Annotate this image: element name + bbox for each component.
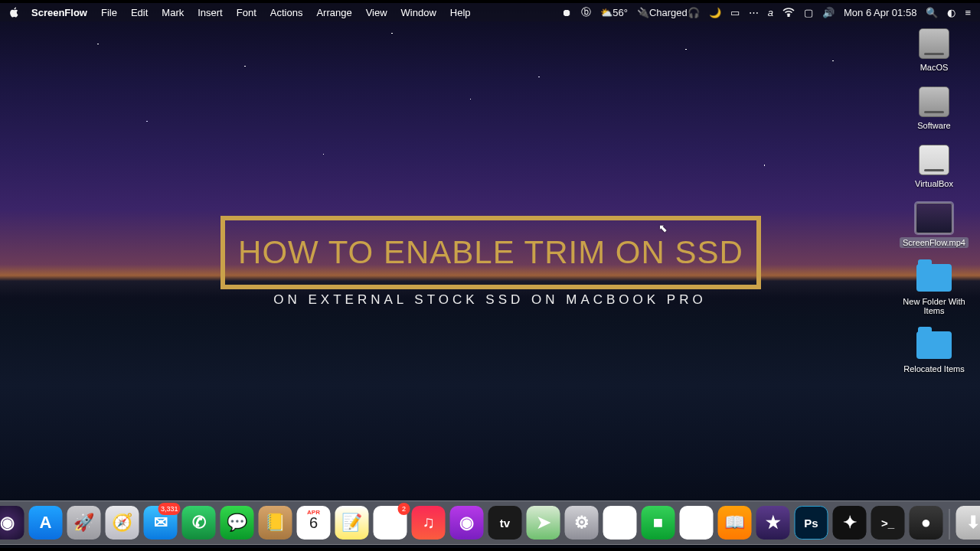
folder-icon: [916, 329, 952, 361]
dock-safari[interactable]: 🧭: [106, 506, 139, 540]
dock-music[interactable]: ♫: [412, 506, 446, 540]
video-icon: [916, 202, 952, 234]
contacts-icon: 📒: [265, 513, 286, 533]
clock[interactable]: Mon 6 Apr 01:58: [844, 7, 916, 18]
dock-downloads[interactable]: ⬇: [956, 506, 981, 540]
menu-arrange[interactable]: Arrange: [309, 7, 358, 18]
dock-books[interactable]: 📖: [718, 506, 752, 540]
dock-settings[interactable]: ⚙: [565, 506, 599, 540]
dock-launchpad[interactable]: 🚀: [67, 506, 101, 540]
desktop-icon-label: Software: [917, 121, 950, 130]
desktop-icon-virtualbox[interactable]: VirtualBox: [897, 144, 971, 188]
desktop-icon-label: New Folder With Items: [897, 297, 971, 315]
cursor-icon: ⬉: [658, 222, 668, 234]
mail-icon: ✉: [154, 513, 168, 533]
drive-ext-icon: [916, 144, 952, 176]
title-main: HOW TO ENABLE TRIM ON SSD: [238, 234, 743, 271]
music-icon: ♫: [422, 513, 435, 533]
desktop-icon-label: Relocated Items: [903, 364, 964, 373]
desktop-icon-software[interactable]: Software: [897, 86, 971, 130]
notification-center-icon[interactable]: ≡: [965, 7, 971, 18]
spotlight-icon[interactable]: 🔍: [926, 7, 938, 18]
desktop-icon-macos[interactable]: MacOS: [897, 28, 971, 72]
launchpad-icon: 🚀: [74, 513, 94, 533]
reminders-badge: 2: [398, 503, 410, 515]
mail-badge: 3,331: [158, 503, 181, 515]
dock-messages[interactable]: 💬: [220, 506, 254, 540]
terminal-icon: >_: [881, 517, 894, 530]
dock-notes[interactable]: 📝: [335, 506, 369, 540]
dock-whatsapp[interactable]: ✆: [182, 506, 216, 540]
dock-appstore[interactable]: A: [29, 506, 63, 540]
dock-terminal[interactable]: >_: [871, 506, 905, 540]
dock-maps[interactable]: ➤: [527, 506, 560, 540]
desktop-icon-label: ScreenFlow.mp4: [900, 237, 969, 248]
dock-news[interactable]: N: [680, 506, 714, 540]
volume-icon[interactable]: 🔊: [822, 7, 835, 18]
drive-icon: [916, 28, 952, 60]
menu-view[interactable]: View: [359, 7, 394, 18]
dnd-icon[interactable]: 🌙: [709, 7, 721, 18]
svg-point-0: [788, 15, 789, 17]
title-box: HOW TO ENABLE TRIM ON SSD: [220, 216, 761, 289]
menu-mark[interactable]: Mark: [155, 7, 191, 18]
wifi-icon[interactable]: [782, 8, 795, 17]
appstore-icon: A: [40, 513, 52, 533]
dock-facetime[interactable]: ■: [642, 506, 675, 540]
menu-file[interactable]: File: [94, 7, 124, 18]
menu-help[interactable]: Help: [443, 7, 478, 18]
menu-actions[interactable]: Actions: [263, 7, 310, 18]
beats-icon[interactable]: ⓑ: [581, 5, 591, 19]
menu-font[interactable]: Font: [230, 7, 263, 18]
imovie-icon: ★: [766, 513, 781, 533]
whatsapp-icon: ✆: [192, 513, 206, 533]
tidal-icon: ✦: [843, 513, 857, 533]
weather-status[interactable]: ⛅ 56°: [600, 7, 628, 18]
desktop-icon-screenflow-mp4[interactable]: ScreenFlow.mp4: [897, 202, 971, 248]
dock-tidal[interactable]: ✦: [833, 506, 867, 540]
facetime-icon: ■: [653, 513, 663, 533]
dock-photoshop[interactable]: Ps: [795, 506, 828, 540]
menu-insert[interactable]: Insert: [191, 7, 230, 18]
airplay-icon[interactable]: ▢: [804, 7, 813, 18]
desktop-icon-new-folder-with-items[interactable]: New Folder With Items: [897, 262, 971, 315]
desktop-icon-relocated-items[interactable]: Relocated Items: [897, 329, 971, 373]
drive-icon: [916, 86, 952, 118]
desktop-icons-column: MacOSSoftwareVirtualBoxScreenFlow.mp4New…: [897, 28, 971, 373]
display-icon[interactable]: ▭: [730, 7, 740, 18]
books-icon: 📖: [724, 513, 745, 533]
letterbox-bottom: [0, 548, 980, 551]
reminders-icon: ☑: [383, 513, 398, 533]
notes-icon: 📝: [341, 513, 362, 533]
menubar-app[interactable]: ScreenFlow: [24, 7, 94, 18]
dock-siri[interactable]: ◉: [0, 506, 24, 540]
dock-contacts[interactable]: 📒: [259, 506, 292, 540]
siri-menubar-icon[interactable]: ◐: [947, 7, 956, 18]
battery-status[interactable]: 🔌 Charged 🎧: [637, 7, 700, 18]
folder-icon: [916, 262, 952, 294]
dock-imovie[interactable]: ★: [756, 506, 790, 540]
dock-tv[interactable]: tv: [488, 506, 522, 540]
menu-window[interactable]: Window: [394, 7, 443, 18]
video-record-icon[interactable]: ⏺: [562, 7, 572, 18]
dock-separator: [949, 509, 950, 540]
dock-screenflow[interactable]: ●: [910, 506, 943, 540]
desktop-icon-label: MacOS: [920, 63, 949, 72]
calendar-month: APR: [297, 509, 331, 516]
alpha-icon[interactable]: a: [768, 7, 773, 18]
temp-value: 56°: [612, 7, 628, 18]
dock-reminders[interactable]: ☑2: [374, 506, 407, 540]
dock-photos[interactable]: ✿: [603, 506, 637, 540]
news-icon: N: [691, 513, 703, 533]
dock-mail[interactable]: ✉3,331: [144, 506, 178, 540]
maps-icon: ➤: [537, 513, 550, 533]
dock-podcasts[interactable]: ◉: [450, 506, 484, 540]
photos-icon: ✿: [613, 513, 627, 533]
dock-calendar[interactable]: APR6: [297, 506, 331, 540]
apple-menu-icon[interactable]: [9, 7, 24, 18]
menu-edit[interactable]: Edit: [124, 7, 155, 18]
bartender-icon[interactable]: ⋯: [749, 7, 759, 18]
podcasts-icon: ◉: [459, 513, 474, 533]
menubar: ScreenFlow FileEditMarkInsertFontActions…: [0, 3, 980, 21]
photoshop-icon: Ps: [804, 517, 818, 530]
